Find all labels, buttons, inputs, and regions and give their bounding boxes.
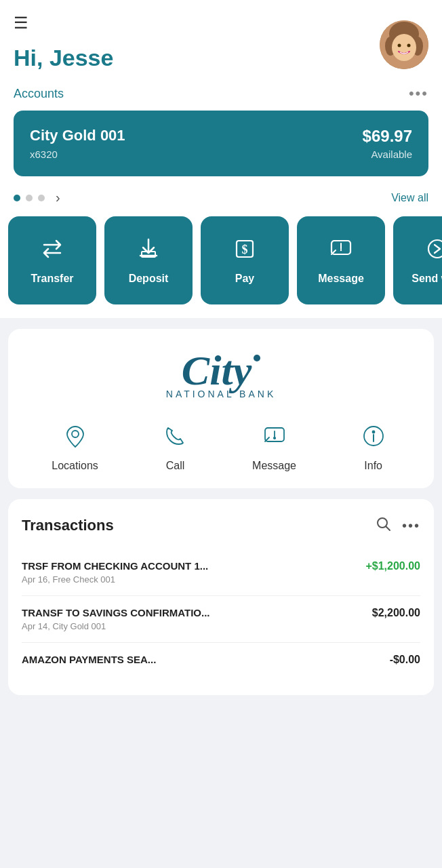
svg-point-6 [407, 44, 411, 47]
search-icon[interactable] [375, 515, 391, 536]
bank-message-label: Message [252, 460, 296, 472]
txn-details: TRSF FROM CHECKING ACCOUNT 1... Apr 16, … [22, 560, 208, 585]
txn-amount: +$1,200.00 [365, 560, 420, 572]
transfer-label: Transfer [31, 273, 73, 285]
transfer-button[interactable]: Transfer [8, 216, 96, 304]
pay-label: Pay [235, 273, 254, 285]
card-navigation: › View all [14, 187, 428, 216]
locations-button[interactable]: Locations [52, 419, 98, 472]
svg-point-5 [398, 44, 401, 47]
accounts-more-button[interactable]: ••• [409, 85, 428, 102]
table-row[interactable]: AMAZON PAYMENTS SEA... -$0.00 [22, 643, 420, 679]
balance-amount: $69.97 [363, 127, 412, 146]
transactions-icons: ••• [375, 515, 420, 536]
svg-point-17 [273, 437, 275, 439]
send-with-label: Send with [411, 273, 442, 285]
svg-line-22 [386, 527, 390, 531]
bank-card: City NATIONAL BANK Locations Call [8, 329, 434, 488]
view-all-button[interactable]: View all [391, 192, 428, 204]
txn-description: AMAZON PAYMENTS SEA... [22, 654, 156, 665]
deposit-label: Deposit [129, 273, 169, 285]
locations-icon [58, 419, 92, 453]
transactions-section: Transactions ••• TRSF FROM CHECKING ACCO… [8, 499, 434, 695]
deposit-button[interactable]: Deposit [104, 216, 193, 304]
send-with-icon [425, 237, 442, 266]
balance-label: Available [363, 149, 412, 160]
table-row[interactable]: TRANSF TO SAVINGS CONFIRMATIO... Apr 14,… [22, 596, 420, 643]
bank-logo: City NATIONAL BANK [22, 349, 420, 400]
account-name: City Gold 001 [30, 127, 125, 144]
transactions-more-button[interactable]: ••• [402, 518, 420, 534]
send-with-button[interactable]: Send with [393, 216, 442, 304]
call-button[interactable]: Call [158, 419, 192, 472]
dot-1 [14, 195, 20, 201]
account-number: x6320 [30, 149, 125, 160]
transactions-title: Transactions [22, 517, 114, 534]
dots-row: › [14, 190, 60, 205]
call-icon [158, 419, 192, 453]
accounts-header: Accounts ••• [14, 78, 428, 111]
info-button[interactable]: Info [357, 419, 390, 472]
svg-text:$: $ [242, 243, 248, 256]
actions-row: Transfer Deposit $ Pay [0, 216, 442, 318]
message-button[interactable]: Message [297, 216, 385, 304]
bank-message-button[interactable]: Message [252, 419, 296, 472]
table-row[interactable]: TRSF FROM CHECKING ACCOUNT 1... Apr 16, … [22, 549, 420, 596]
svg-point-4 [392, 34, 416, 61]
accounts-label: Accounts [14, 87, 64, 101]
txn-amount: -$0.00 [390, 654, 420, 666]
deposit-icon [136, 237, 161, 266]
svg-point-20 [372, 431, 374, 433]
next-card-button[interactable]: › [56, 190, 60, 205]
account-balance: $69.97 Available [363, 127, 412, 160]
info-label: Info [364, 460, 382, 472]
accounts-section: Accounts ••• City Gold 001 x6320 $69.97 … [0, 78, 442, 216]
bank-message-icon [258, 419, 292, 453]
avatar[interactable] [380, 20, 428, 69]
avatar-image [380, 20, 428, 69]
dot-3 [38, 195, 45, 201]
info-icon [357, 419, 390, 453]
header-left: ☰ Hi, Jesse [14, 14, 113, 71]
bank-logo-text: City NATIONAL BANK [166, 349, 276, 399]
pay-icon: $ [233, 237, 257, 266]
txn-details: TRANSF TO SAVINGS CONFIRMATIO... Apr 14,… [22, 607, 210, 631]
hamburger-icon[interactable]: ☰ [14, 14, 113, 33]
txn-subtitle: Apr 16, Free Check 001 [22, 574, 208, 585]
message-action-label: Message [318, 273, 364, 285]
account-card[interactable]: City Gold 001 x6320 $69.97 Available [14, 111, 428, 176]
pay-button[interactable]: $ Pay [201, 216, 289, 304]
greeting: Hi, Jesse [14, 45, 113, 71]
svg-point-14 [72, 431, 79, 437]
locations-label: Locations [52, 460, 98, 472]
message-icon [329, 237, 353, 266]
svg-point-12 [340, 249, 342, 250]
header: ☰ Hi, Jesse [0, 0, 442, 78]
txn-details: AMAZON PAYMENTS SEA... [22, 654, 156, 668]
txn-description: TRANSF TO SAVINGS CONFIRMATIO... [22, 607, 210, 618]
call-label: Call [166, 460, 185, 472]
account-info: City Gold 001 x6320 [30, 127, 125, 160]
bank-actions: Locations Call Message [22, 419, 420, 472]
txn-amount: $2,200.00 [372, 607, 420, 619]
transactions-header: Transactions ••• [22, 515, 420, 536]
transfer-icon [40, 237, 64, 266]
dot-2 [26, 195, 33, 201]
txn-subtitle: Apr 14, City Gold 001 [22, 621, 210, 631]
txn-description: TRSF FROM CHECKING ACCOUNT 1... [22, 560, 208, 572]
